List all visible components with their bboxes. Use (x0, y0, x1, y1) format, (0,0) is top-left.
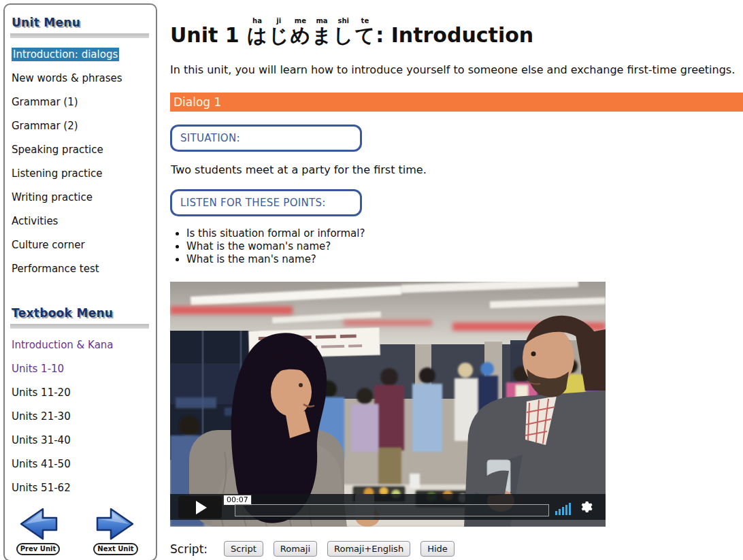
page-title-suffix: : Introduction (376, 24, 533, 46)
dialog-video-player[interactable]: 00:07 (170, 282, 606, 527)
next-unit-button[interactable]: Next Unit (95, 506, 137, 555)
play-button[interactable] (178, 496, 222, 518)
next-unit-label[interactable]: Next Unit (93, 543, 137, 555)
main-content: Unit 1 haは jiじ meめ maま shiし teて : Introd… (170, 0, 743, 557)
sidebar-item-listening-practice[interactable]: Listening practice (12, 167, 156, 181)
video-control-bar: 00:07 (170, 494, 606, 520)
sidebar-item-units-31-40[interactable]: Units 31-40 (12, 433, 156, 448)
ruby-te: teて (355, 16, 376, 46)
ruby-me: meめ (290, 16, 310, 46)
script-label: Script: (170, 542, 208, 556)
sidebar-item-grammar-2[interactable]: Grammar (2) (12, 119, 156, 133)
sidebar-item-units-1-10[interactable]: Units 1-10 (12, 362, 156, 376)
sidebar-item-culture-corner[interactable]: Culture corner (12, 238, 156, 252)
unit-menu-heading: Unit Menu (12, 16, 156, 29)
romaji-english-button[interactable]: Romaji+English (327, 541, 410, 557)
prev-arrow-icon (17, 506, 59, 542)
unit-menu-divider (10, 33, 149, 38)
textbook-menu-divider (10, 324, 149, 329)
video-seek-bar[interactable] (235, 504, 549, 516)
sidebar-item-units-11-20[interactable]: Units 11-20 (12, 386, 156, 400)
romaji-button[interactable]: Romaji (274, 541, 317, 557)
sidebar-item-introduction-dialogs[interactable]: Introduction: dialogs (12, 48, 156, 62)
sidebar-item-introduction-kana[interactable]: Introduction & Kana (12, 338, 156, 352)
page-title-prefix: Unit 1 (170, 24, 246, 46)
script-toolbar: Script: Script Romaji Romaji+English Hid… (170, 541, 743, 557)
textbook-menu-list: Introduction & Kana Units 1-10 Units 11-… (10, 338, 156, 495)
page-title: Unit 1 haは jiじ meめ maま shiし teて : Introd… (170, 16, 743, 46)
sidebar-item-performance-test[interactable]: Performance test (12, 262, 156, 276)
listen-point: What is the woman's name? (186, 240, 743, 252)
prev-unit-label[interactable]: Prev Unit (16, 543, 61, 555)
script-button[interactable]: Script (224, 541, 263, 557)
ruby-ma: maま (312, 16, 332, 46)
ruby-ji: jiじ (269, 16, 289, 46)
play-icon (196, 501, 207, 514)
textbook-menu-heading: Textbook Menu (12, 306, 156, 320)
sidebar-item-activities[interactable]: Activities (12, 214, 156, 229)
listen-point: Is this situation formal or informal? (186, 227, 743, 240)
sidebar-item-speaking-practice[interactable]: Speaking practice (12, 143, 156, 157)
sidebar-item-writing-practice[interactable]: Writing practice (12, 191, 156, 205)
situation-label-box: SITUATION: (170, 125, 362, 152)
next-arrow-icon (95, 506, 137, 542)
listen-points-list: Is this situation formal or informal? Wh… (186, 227, 743, 265)
dialog-1-header: Dialog 1 (170, 93, 743, 112)
sidebar-item-units-41-50[interactable]: Units 41-50 (12, 457, 156, 472)
video-poster-image (170, 282, 606, 527)
prev-unit-button[interactable]: Prev Unit (17, 506, 59, 555)
unit-intro-text: In this unit, you will learn how to intr… (170, 63, 743, 78)
ruby-ha: haは (247, 16, 267, 46)
sidebar-item-units-21-30[interactable]: Units 21-30 (12, 410, 156, 424)
volume-icon[interactable] (555, 501, 573, 515)
unit-nav-arrows: Prev Unit Next Unit (17, 506, 156, 555)
unit-menu-list: Introduction: dialogs New words & phrase… (10, 48, 156, 276)
sidebar-item-new-words[interactable]: New words & phrases (12, 71, 156, 86)
sidebar-item-grammar-1[interactable]: Grammar (1) (12, 95, 156, 110)
listen-point: What is the man's name? (186, 253, 743, 265)
sidebar: Unit Menu Introduction: dialogs New word… (3, 3, 157, 560)
hide-button[interactable]: Hide (420, 541, 455, 557)
ruby-shi: shiし (333, 16, 354, 46)
situation-text: Two students meet at a party for the fir… (171, 163, 743, 176)
listen-points-label-box: LISTEN FOR THESE POINTS: (170, 189, 362, 216)
settings-gear-icon[interactable] (578, 499, 595, 516)
sidebar-item-units-51-62[interactable]: Units 51-62 (12, 481, 156, 495)
